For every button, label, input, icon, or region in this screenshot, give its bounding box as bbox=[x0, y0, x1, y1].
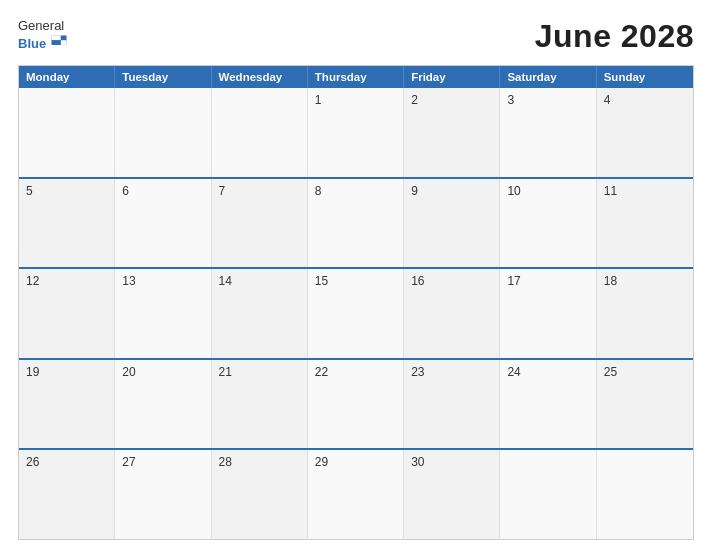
day-number: 15 bbox=[315, 274, 396, 288]
calendar-day-cell: 6 bbox=[115, 179, 211, 268]
day-number: 24 bbox=[507, 365, 588, 379]
day-number: 13 bbox=[122, 274, 203, 288]
day-number: 14 bbox=[219, 274, 300, 288]
day-number: 6 bbox=[122, 184, 203, 198]
col-header-saturday: Saturday bbox=[500, 66, 596, 88]
day-number: 26 bbox=[26, 455, 107, 469]
calendar-day-cell: 15 bbox=[308, 269, 404, 358]
calendar-week-row: 1234 bbox=[19, 88, 693, 177]
calendar-day-cell: 22 bbox=[308, 360, 404, 449]
calendar-day-cell: 25 bbox=[597, 360, 693, 449]
day-number: 1 bbox=[315, 93, 396, 107]
calendar-day-cell: 14 bbox=[212, 269, 308, 358]
day-number: 12 bbox=[26, 274, 107, 288]
calendar-day-cell: 3 bbox=[500, 88, 596, 177]
svg-marker-1 bbox=[52, 36, 61, 41]
calendar-day-cell: 2 bbox=[404, 88, 500, 177]
calendar-day-cell: 1 bbox=[308, 88, 404, 177]
logo-blue-text: Blue bbox=[18, 37, 46, 50]
col-header-monday: Monday bbox=[19, 66, 115, 88]
calendar-day-cell: 28 bbox=[212, 450, 308, 539]
page-header: General Blue June 2028 bbox=[18, 18, 694, 55]
col-header-friday: Friday bbox=[404, 66, 500, 88]
calendar-day-cell: 16 bbox=[404, 269, 500, 358]
calendar-day-cell: 5 bbox=[19, 179, 115, 268]
calendar-day-cell: 4 bbox=[597, 88, 693, 177]
calendar-day-cell: 7 bbox=[212, 179, 308, 268]
day-number: 17 bbox=[507, 274, 588, 288]
day-number: 28 bbox=[219, 455, 300, 469]
day-number: 16 bbox=[411, 274, 492, 288]
day-number: 9 bbox=[411, 184, 492, 198]
day-number: 11 bbox=[604, 184, 686, 198]
calendar-day-cell: 27 bbox=[115, 450, 211, 539]
day-number: 25 bbox=[604, 365, 686, 379]
calendar-day-cell: 10 bbox=[500, 179, 596, 268]
calendar-day-cell: 29 bbox=[308, 450, 404, 539]
calendar-day-cell: 21 bbox=[212, 360, 308, 449]
calendar-day-cell bbox=[500, 450, 596, 539]
day-number: 3 bbox=[507, 93, 588, 107]
day-number: 21 bbox=[219, 365, 300, 379]
day-number: 27 bbox=[122, 455, 203, 469]
day-number: 4 bbox=[604, 93, 686, 107]
day-number: 18 bbox=[604, 274, 686, 288]
calendar-day-cell: 23 bbox=[404, 360, 500, 449]
day-number: 30 bbox=[411, 455, 492, 469]
calendar-day-cell: 17 bbox=[500, 269, 596, 358]
day-number: 7 bbox=[219, 184, 300, 198]
calendar-day-cell: 12 bbox=[19, 269, 115, 358]
logo-general-text: General bbox=[18, 19, 70, 32]
day-number: 8 bbox=[315, 184, 396, 198]
svg-marker-3 bbox=[52, 40, 61, 45]
calendar-day-cell: 18 bbox=[597, 269, 693, 358]
calendar-day-cell: 8 bbox=[308, 179, 404, 268]
calendar-day-cell: 20 bbox=[115, 360, 211, 449]
day-number: 19 bbox=[26, 365, 107, 379]
calendar-day-cell: 26 bbox=[19, 450, 115, 539]
calendar-page: General Blue June 2028 Monday Tuesday W bbox=[0, 0, 712, 550]
svg-marker-2 bbox=[61, 36, 67, 41]
calendar-week-row: 12131415161718 bbox=[19, 267, 693, 358]
calendar-week-row: 567891011 bbox=[19, 177, 693, 268]
calendar-day-cell bbox=[212, 88, 308, 177]
calendar-week-row: 2627282930 bbox=[19, 448, 693, 539]
calendar-day-cell: 11 bbox=[597, 179, 693, 268]
calendar-grid: Monday Tuesday Wednesday Thursday Friday… bbox=[18, 65, 694, 540]
logo-flag-icon bbox=[48, 32, 70, 54]
calendar-header-row: Monday Tuesday Wednesday Thursday Friday… bbox=[19, 66, 693, 88]
calendar-day-cell: 19 bbox=[19, 360, 115, 449]
col-header-wednesday: Wednesday bbox=[212, 66, 308, 88]
svg-marker-4 bbox=[61, 40, 67, 45]
day-number: 10 bbox=[507, 184, 588, 198]
page-title: June 2028 bbox=[535, 18, 694, 55]
day-number: 23 bbox=[411, 365, 492, 379]
day-number: 2 bbox=[411, 93, 492, 107]
calendar-day-cell bbox=[19, 88, 115, 177]
day-number: 22 bbox=[315, 365, 396, 379]
col-header-tuesday: Tuesday bbox=[115, 66, 211, 88]
day-number: 29 bbox=[315, 455, 396, 469]
calendar-day-cell: 13 bbox=[115, 269, 211, 358]
calendar-week-row: 19202122232425 bbox=[19, 358, 693, 449]
day-number: 5 bbox=[26, 184, 107, 198]
calendar-day-cell: 24 bbox=[500, 360, 596, 449]
day-number: 20 bbox=[122, 365, 203, 379]
col-header-sunday: Sunday bbox=[597, 66, 693, 88]
calendar-day-cell bbox=[115, 88, 211, 177]
calendar-day-cell: 9 bbox=[404, 179, 500, 268]
calendar-day-cell bbox=[597, 450, 693, 539]
col-header-thursday: Thursday bbox=[308, 66, 404, 88]
logo: General Blue bbox=[18, 19, 70, 54]
calendar-body: 1234567891011121314151617181920212223242… bbox=[19, 88, 693, 539]
calendar-day-cell: 30 bbox=[404, 450, 500, 539]
